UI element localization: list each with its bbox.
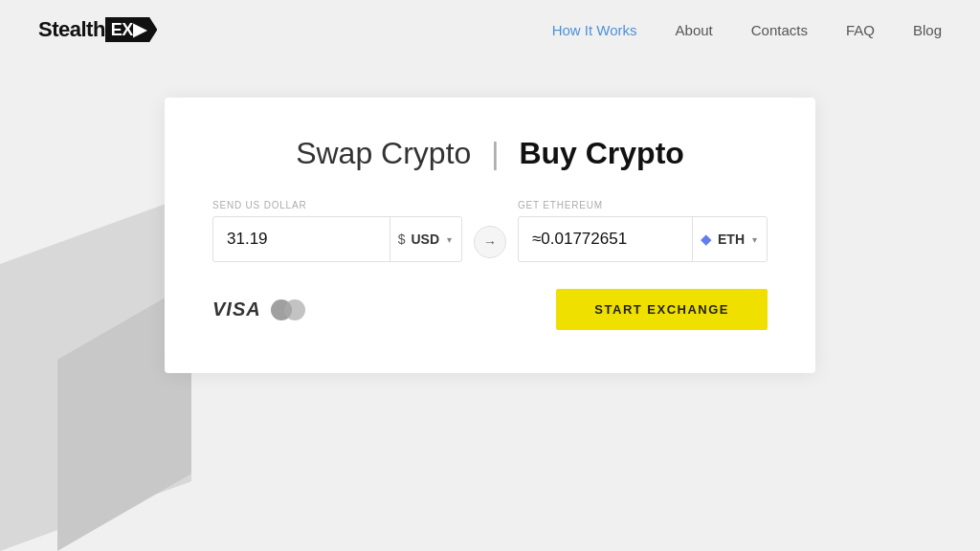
receive-amount-input[interactable] xyxy=(519,230,692,249)
nav-how-it-works[interactable]: How It Works xyxy=(552,22,637,38)
mastercard-icon xyxy=(271,299,305,320)
main-nav: How It Works About Contacts FAQ Blog xyxy=(552,22,942,38)
receive-currency-code: ETH xyxy=(718,231,745,247)
send-field-inner: $ USD ▾ xyxy=(212,216,462,262)
receive-field-group: GET ETHEREUM ◆ ETH ▾ xyxy=(518,200,768,262)
logo-ex-text: EX▶ xyxy=(105,17,158,42)
receive-currency-selector[interactable]: ◆ ETH ▾ xyxy=(692,217,767,261)
send-amount-input[interactable] xyxy=(213,230,390,249)
start-exchange-button[interactable]: START EXCHANGE xyxy=(556,289,768,330)
receive-label: GET ETHEREUM xyxy=(518,200,768,210)
send-label: SEND US DOLLAR xyxy=(212,200,462,210)
card-title: Swap Crypto | Buy Crypto xyxy=(212,136,768,171)
main-content: Swap Crypto | Buy Crypto SEND US DOLLAR … xyxy=(0,59,980,373)
mc-circle-right xyxy=(284,299,305,320)
send-currency-code: USD xyxy=(411,231,439,247)
receive-field-inner: ◆ ETH ▾ xyxy=(518,216,768,262)
usd-symbol-icon: $ xyxy=(398,231,406,247)
logo-stealth-text: Stealth xyxy=(38,17,105,42)
exchange-fields: SEND US DOLLAR $ USD ▾ GET ETHEREUM xyxy=(212,200,768,262)
title-separator: | xyxy=(491,136,499,170)
payment-icons: VISA xyxy=(212,298,305,320)
card-bottom-row: VISA START EXCHANGE xyxy=(212,289,768,330)
receive-chevron-down-icon: ▾ xyxy=(752,234,757,245)
logo[interactable]: Stealth EX▶ xyxy=(38,17,157,42)
title-light: Swap Crypto xyxy=(296,136,471,170)
nav-contacts[interactable]: Contacts xyxy=(751,22,808,38)
send-currency-selector[interactable]: $ USD ▾ xyxy=(390,217,461,261)
title-bold: Buy Crypto xyxy=(519,136,683,170)
header: Stealth EX▶ How It Works About Contacts … xyxy=(0,0,980,59)
nav-faq[interactable]: FAQ xyxy=(846,22,875,38)
swap-arrow-button[interactable] xyxy=(474,226,506,258)
exchange-card: Swap Crypto | Buy Crypto SEND US DOLLAR … xyxy=(165,98,815,373)
eth-symbol-icon: ◆ xyxy=(701,231,712,248)
send-chevron-down-icon: ▾ xyxy=(447,234,452,245)
send-field-group: SEND US DOLLAR $ USD ▾ xyxy=(212,200,462,262)
visa-icon: VISA xyxy=(212,298,261,320)
nav-about[interactable]: About xyxy=(676,22,713,38)
nav-blog[interactable]: Blog xyxy=(913,22,942,38)
